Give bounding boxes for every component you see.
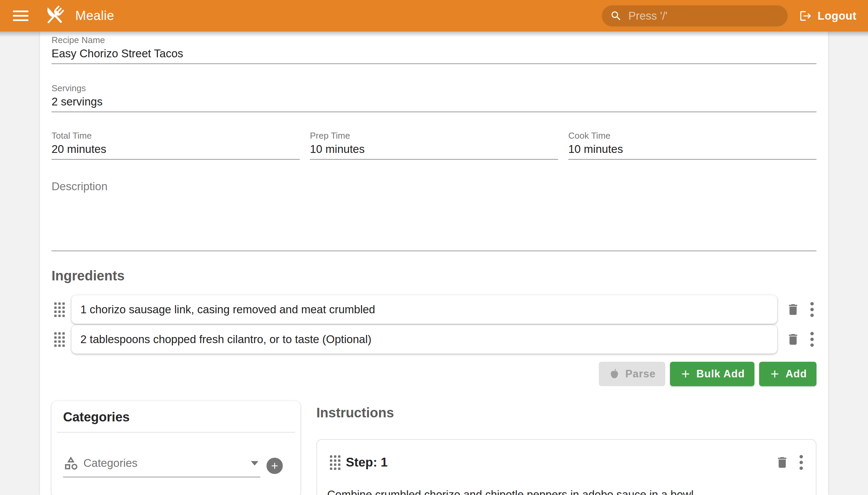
cook-time-underline	[568, 159, 816, 160]
add-button[interactable]: Add	[759, 362, 816, 386]
cook-time-label: Cook Time	[568, 131, 816, 141]
recipe-name-value[interactable]: Easy Chorizo Street Tacos	[52, 46, 816, 62]
categories-title: Categories	[52, 401, 301, 432]
ingredient-text: 1 chorizo sausage link, casing removed a…	[80, 303, 375, 316]
prep-time-underline	[310, 159, 558, 160]
description-underline	[52, 251, 816, 251]
bulk-add-button[interactable]: Bulk Add	[670, 362, 754, 386]
drag-handle-icon[interactable]	[330, 455, 340, 470]
total-time-field[interactable]: Total Time 20 minutes	[52, 127, 300, 160]
time-fields-row: Total Time 20 minutes Prep Time 10 minut…	[52, 127, 816, 160]
step-header: Step: 1	[327, 455, 806, 470]
step-text-input[interactable]: Combine crumbled chorizo and chipotle pe…	[327, 487, 806, 495]
categories-select-underline	[63, 477, 260, 477]
instruction-step-card: Step: 1 Combine crumbled chorizo and chi…	[316, 439, 816, 495]
menu-icon[interactable]	[13, 11, 29, 21]
category-shapes-icon	[63, 455, 79, 471]
categories-select-row: Categories	[63, 454, 289, 477]
search-input[interactable]	[628, 9, 780, 23]
step-title: Step: 1	[346, 455, 775, 470]
instructions-heading: Instructions	[316, 405, 816, 421]
categories-select[interactable]: Categories	[63, 454, 260, 477]
trash-icon	[786, 302, 800, 317]
total-time-underline	[52, 159, 300, 160]
servings-label: Servings	[52, 83, 816, 93]
prep-time-label: Prep Time	[310, 131, 558, 141]
ingredient-menu-button[interactable]	[810, 302, 814, 317]
recipe-name-underline	[52, 63, 816, 64]
servings-value[interactable]: 2 servings	[52, 94, 816, 109]
plus-icon	[270, 461, 280, 471]
add-label: Add	[786, 368, 807, 380]
plus-icon	[680, 368, 692, 380]
mealie-logo-icon[interactable]	[43, 4, 66, 28]
add-category-button[interactable]	[267, 458, 283, 474]
trash-icon	[775, 455, 789, 470]
description-field[interactable]: Description	[52, 179, 816, 251]
trash-icon	[786, 331, 800, 347]
drag-handle-icon[interactable]	[54, 332, 65, 347]
recipe-editor-card: Recipe Name Easy Chorizo Street Tacos Se…	[40, 32, 828, 495]
categories-select-label: Categories	[83, 457, 251, 470]
app-title: Mealie	[75, 8, 114, 23]
cook-time-field[interactable]: Cook Time 10 minutes	[568, 127, 816, 160]
ingredient-input[interactable]: 1 chorizo sausage link, casing removed a…	[71, 295, 777, 324]
parse-label: Parse	[625, 368, 656, 380]
categories-card: Categories Categories	[52, 401, 301, 495]
total-time-label: Total Time	[52, 131, 300, 141]
instructions-section: Instructions Step: 1	[316, 401, 816, 495]
search-icon	[610, 10, 622, 22]
mealie-recipe-editor: Mealie Logout Recipe Name Easy Chorizo S…	[0, 0, 868, 495]
bottom-section: Categories Categories	[52, 401, 816, 495]
prep-time-field[interactable]: Prep Time 10 minutes	[310, 127, 558, 160]
drag-handle-icon[interactable]	[54, 303, 65, 317]
bulk-add-label: Bulk Add	[696, 368, 745, 380]
ingredient-input[interactable]: 2 tablespoons chopped fresh cilantro, or…	[71, 325, 777, 354]
ingredient-row: 2 tablespoons chopped fresh cilantro, or…	[52, 325, 816, 354]
search-box[interactable]	[602, 5, 788, 27]
ingredient-actions: Parse Bulk Add Add	[52, 362, 816, 386]
chevron-down-icon[interactable]	[251, 461, 258, 465]
description-label: Description	[52, 179, 816, 194]
categories-divider	[57, 432, 295, 433]
delete-ingredient-button[interactable]	[786, 302, 800, 317]
description-textarea[interactable]	[52, 194, 816, 249]
servings-field[interactable]: Servings 2 servings	[52, 80, 816, 112]
apple-icon	[608, 368, 620, 380]
recipe-name-field[interactable]: Recipe Name Easy Chorizo Street Tacos	[52, 32, 816, 64]
prep-time-value[interactable]: 10 minutes	[310, 141, 558, 157]
plus-icon	[769, 368, 781, 380]
parse-button[interactable]: Parse	[599, 362, 665, 386]
ingredient-menu-button[interactable]	[810, 332, 814, 347]
logout-button[interactable]: Logout	[799, 10, 856, 22]
logout-label: Logout	[817, 10, 856, 22]
servings-underline	[52, 112, 816, 112]
step-menu-button[interactable]	[800, 455, 803, 470]
cook-time-value[interactable]: 10 minutes	[568, 141, 816, 157]
ingredients-heading: Ingredients	[52, 268, 816, 284]
delete-ingredient-button[interactable]	[786, 331, 800, 347]
logout-icon	[799, 10, 812, 22]
total-time-value[interactable]: 20 minutes	[52, 141, 300, 157]
recipe-name-label: Recipe Name	[52, 35, 816, 45]
app-bar: Mealie Logout	[0, 0, 868, 32]
ingredient-row: 1 chorizo sausage link, casing removed a…	[52, 295, 816, 324]
delete-step-button[interactable]	[775, 455, 789, 470]
ingredient-text: 2 tablespoons chopped fresh cilantro, or…	[80, 333, 372, 346]
